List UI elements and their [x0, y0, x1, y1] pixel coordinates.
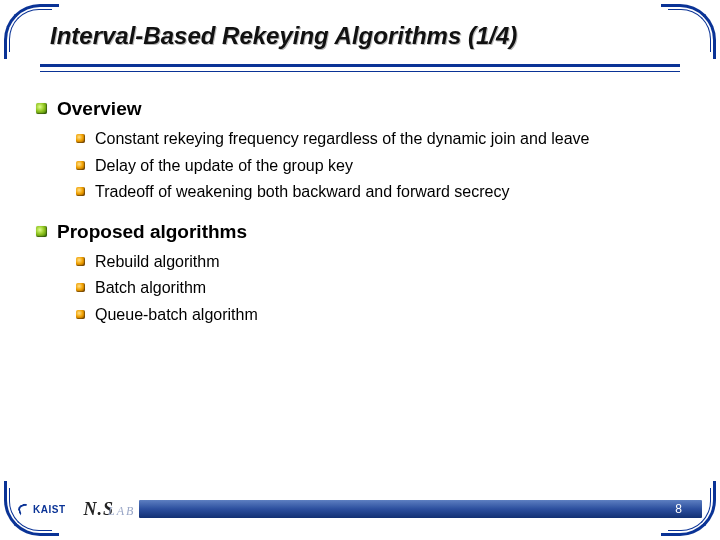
section-heading-proposed: Proposed algorithms — [36, 221, 684, 243]
corner-decoration-tr — [664, 4, 716, 56]
sub-list-overview: Constant rekeying frequency regardless o… — [76, 128, 684, 203]
bullet-sub-icon — [76, 187, 85, 196]
bullet-sub-icon — [76, 161, 85, 170]
footer: KAIST N.S LAB 8 — [18, 498, 702, 520]
title-area: Interval-Based Rekeying Algorithms (1/4) — [40, 18, 680, 80]
bullet-sub-icon — [76, 310, 85, 319]
bullet-main-icon — [36, 226, 47, 237]
list-item-text: Rebuild algorithm — [95, 251, 220, 273]
footer-bar: 8 — [139, 500, 702, 518]
slide: Interval-Based Rekeying Algorithms (1/4)… — [0, 0, 720, 540]
list-item: Rebuild algorithm — [76, 251, 684, 273]
list-item-text: Tradeoff of weakening both backward and … — [95, 181, 509, 203]
section-heading-label: Overview — [57, 98, 142, 120]
bullet-sub-icon — [76, 283, 85, 292]
bullet-main-icon — [36, 103, 47, 114]
corner-decoration-br — [664, 484, 716, 536]
section-heading-overview: Overview — [36, 98, 684, 120]
sub-list-proposed: Rebuild algorithm Batch algorithm Queue-… — [76, 251, 684, 326]
list-item: Tradeoff of weakening both backward and … — [76, 181, 684, 203]
corner-decoration-bl — [4, 484, 56, 536]
list-item-text: Batch algorithm — [95, 277, 206, 299]
section-heading-label: Proposed algorithms — [57, 221, 247, 243]
list-item: Delay of the update of the group key — [76, 155, 684, 177]
list-item-text: Delay of the update of the group key — [95, 155, 353, 177]
list-item: Queue-batch algorithm — [76, 304, 684, 326]
list-item-text: Constant rekeying frequency regardless o… — [95, 128, 590, 150]
corner-decoration-tl — [4, 4, 56, 56]
bullet-sub-icon — [76, 134, 85, 143]
content-area: Overview Constant rekeying frequency reg… — [36, 92, 684, 344]
nslab-small: LAB — [108, 504, 135, 519]
list-item-text: Queue-batch algorithm — [95, 304, 258, 326]
list-item: Batch algorithm — [76, 277, 684, 299]
bullet-sub-icon — [76, 257, 85, 266]
slide-title: Interval-Based Rekeying Algorithms (1/4) — [40, 18, 680, 50]
nslab-logo: N.S LAB — [84, 499, 136, 520]
list-item: Constant rekeying frequency regardless o… — [76, 128, 684, 150]
title-underline — [40, 64, 680, 72]
